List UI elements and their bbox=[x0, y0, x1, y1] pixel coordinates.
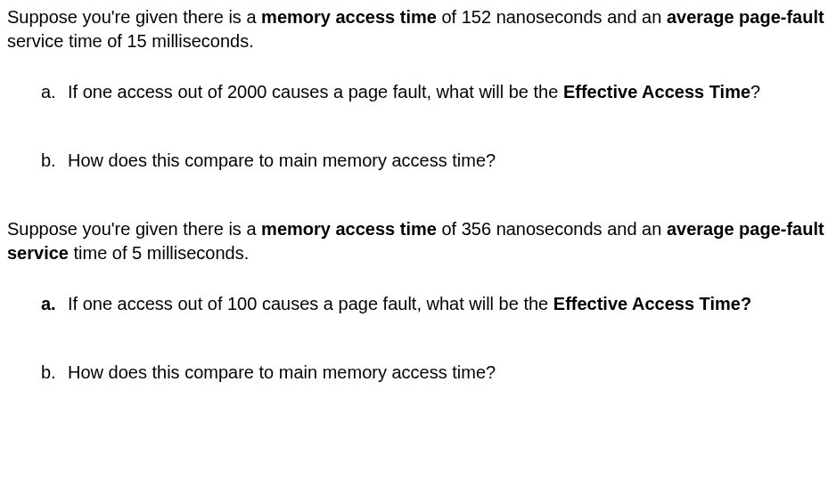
bold-text: Effective Access Time? bbox=[553, 294, 751, 313]
text: If one access out of 100 causes a page f… bbox=[68, 294, 553, 313]
bold-text: memory access time bbox=[261, 7, 437, 27]
text: time of 5 milliseconds. bbox=[69, 243, 249, 263]
list-marker: a. bbox=[41, 80, 56, 104]
text: of 356 nanoseconds and an bbox=[437, 219, 667, 239]
problem2-item-a: a. If one access out of 100 causes a pag… bbox=[41, 292, 832, 316]
problem1-intro: Suppose you're given there is a memory a… bbox=[7, 5, 832, 53]
bold-text: memory access time bbox=[261, 219, 437, 239]
text: How does this compare to main memory acc… bbox=[68, 150, 496, 170]
problem2-list: a. If one access out of 100 causes a pag… bbox=[7, 292, 832, 385]
problem1-item-b: b. How does this compare to main memory … bbox=[41, 149, 832, 173]
problem1-list: a. If one access out of 2000 causes a pa… bbox=[7, 80, 832, 173]
text: If one access out of 2000 causes a page … bbox=[68, 82, 563, 102]
text: Suppose you're given there is a bbox=[7, 7, 261, 27]
problem2-intro: Suppose you're given there is a memory a… bbox=[7, 217, 832, 265]
text: service time of 15 milliseconds. bbox=[7, 31, 254, 51]
list-marker: a. bbox=[41, 292, 56, 316]
text: How does this compare to main memory acc… bbox=[68, 362, 496, 382]
text: ? bbox=[750, 82, 760, 102]
text: of 152 nanoseconds and an bbox=[437, 7, 667, 27]
bold-text: average page-fault bbox=[667, 7, 824, 27]
list-marker: b. bbox=[41, 149, 56, 173]
bold-text: Effective Access Time bbox=[563, 82, 750, 102]
problem2-item-b: b. How does this compare to main memory … bbox=[41, 361, 832, 385]
text: Suppose you're given there is a bbox=[7, 219, 261, 239]
problem1-item-a: a. If one access out of 2000 causes a pa… bbox=[41, 80, 832, 104]
list-marker: b. bbox=[41, 361, 56, 385]
